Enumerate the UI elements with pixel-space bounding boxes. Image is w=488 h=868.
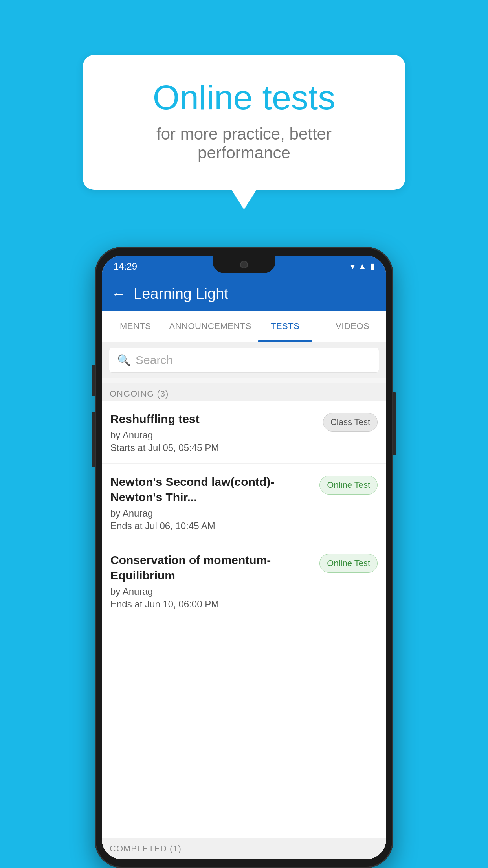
test-author-newtons: by Anurag — [110, 508, 315, 519]
status-icons: ▾ ▲ ▮ — [350, 261, 374, 272]
phone-notch — [213, 256, 275, 273]
tab-ments[interactable]: MENTS — [102, 311, 169, 342]
test-item-reshuffling[interactable]: Reshuffling test by Anurag Starts at Jul… — [102, 401, 386, 464]
back-button[interactable]: ← — [112, 286, 126, 302]
phone-mockup: 14:29 ▾ ▲ ▮ ← Learning Light MENTS ANNOU… — [95, 247, 393, 868]
test-list: Reshuffling test by Anurag Starts at Jul… — [102, 401, 386, 859]
ongoing-label: ONGOING (3) — [110, 389, 169, 399]
test-item-newtons[interactable]: Newton's Second law(contd)-Newton's Thir… — [102, 464, 386, 542]
power-button — [393, 392, 396, 455]
speech-bubble: Online tests for more practice, better p… — [83, 55, 405, 190]
test-date-conservation: Ends at Jun 10, 06:00 PM — [110, 599, 315, 610]
tab-tests[interactable]: TESTS — [251, 311, 319, 342]
battery-icon: ▮ — [370, 261, 374, 272]
test-item-conservation[interactable]: Conservation of momentum-Equilibrium by … — [102, 542, 386, 620]
test-name-newtons: Newton's Second law(contd)-Newton's Thir… — [110, 474, 315, 505]
test-author-conservation: by Anurag — [110, 586, 315, 597]
tab-announcements[interactable]: ANNOUNCEMENTS — [169, 311, 251, 342]
search-input-wrapper[interactable]: 🔍 Search — [109, 348, 379, 373]
test-tag-conservation: Online Test — [319, 554, 378, 573]
bubble-title: Online tests — [114, 79, 374, 117]
test-tag-newtons: Online Test — [319, 476, 378, 495]
test-tag-reshuffling: Class Test — [323, 413, 378, 432]
test-info-conservation: Conservation of momentum-Equilibrium by … — [110, 552, 315, 610]
volume-down-button — [92, 412, 95, 467]
search-bar: 🔍 Search — [102, 342, 386, 378]
test-info-reshuffling: Reshuffling test by Anurag Starts at Jul… — [110, 411, 318, 453]
test-name-conservation: Conservation of momentum-Equilibrium — [110, 552, 315, 583]
test-date-newtons: Ends at Jul 06, 10:45 AM — [110, 520, 315, 531]
wifi-icon: ▾ — [350, 261, 355, 272]
search-placeholder: Search — [136, 353, 173, 367]
phone-screen: 14:29 ▾ ▲ ▮ ← Learning Light MENTS ANNOU… — [102, 256, 386, 859]
search-icon: 🔍 — [117, 354, 131, 367]
promo-card: Online tests for more practice, better p… — [83, 55, 405, 190]
test-author-reshuffling: by Anurag — [110, 430, 318, 441]
test-name-reshuffling: Reshuffling test — [110, 411, 318, 427]
phone-frame: 14:29 ▾ ▲ ▮ ← Learning Light MENTS ANNOU… — [95, 247, 393, 868]
signal-icon: ▲ — [358, 261, 367, 272]
volume-up-button — [92, 365, 95, 396]
test-info-newtons: Newton's Second law(contd)-Newton's Thir… — [110, 474, 315, 531]
tab-videos[interactable]: VIDEOS — [319, 311, 386, 342]
status-time: 14:29 — [114, 261, 137, 272]
test-date-reshuffling: Starts at Jul 05, 05:45 PM — [110, 442, 318, 453]
completed-section-header: COMPLETED (1) — [102, 838, 386, 859]
app-header: ← Learning Light — [102, 277, 386, 311]
tab-bar: MENTS ANNOUNCEMENTS TESTS VIDEOS — [102, 311, 386, 342]
camera — [240, 261, 248, 268]
app-title: Learning Light — [134, 285, 228, 302]
bubble-subtitle: for more practice, better performance — [114, 125, 374, 162]
completed-label: COMPLETED (1) — [110, 844, 182, 854]
